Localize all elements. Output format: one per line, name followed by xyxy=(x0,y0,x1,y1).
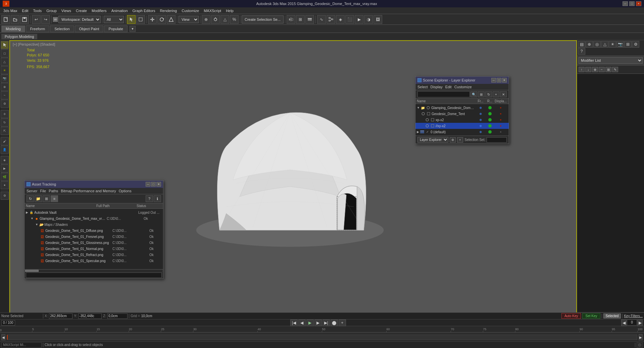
rp-btn-9[interactable]: ? xyxy=(578,48,585,55)
rp-btn-2[interactable]: ⊕ xyxy=(586,41,593,48)
at-path-input[interactable] xyxy=(26,272,162,278)
lt-shapes-btn[interactable]: △ xyxy=(1,58,9,66)
se-minimize-btn[interactable]: ─ xyxy=(491,78,496,83)
new-file-btn[interactable] xyxy=(1,15,10,24)
timeline-prev-btn[interactable]: ◀ xyxy=(1,334,5,340)
set-key-btn[interactable]: Set Key xyxy=(582,313,600,319)
select-region-btn[interactable] xyxy=(136,15,145,24)
lt-scale-btn[interactable]: ⇱ xyxy=(1,127,9,135)
curve-editor-btn[interactable]: ∿ xyxy=(317,15,326,24)
menu-group[interactable]: Group xyxy=(44,8,59,13)
key-filters-label[interactable]: Key Filters... xyxy=(624,314,643,318)
mod-arrow-6[interactable]: ✎ xyxy=(612,67,618,72)
menu-edit[interactable]: Edit xyxy=(20,8,31,13)
align-btn[interactable]: ⊞ xyxy=(296,15,305,24)
menu-maxscript[interactable]: MAXScript xyxy=(202,8,223,13)
workspace-dropdown[interactable]: Workspace: Default xyxy=(58,16,101,23)
next-frame-btn[interactable]: ▶ xyxy=(314,319,322,326)
timeline-next-btn[interactable]: ▶ xyxy=(639,334,643,340)
lt-move-btn[interactable]: ✛ xyxy=(1,110,9,118)
se-add-layer-btn[interactable]: + xyxy=(493,91,499,97)
se-row-1[interactable]: Geodesic_Dome_Tent ❄ ● xyxy=(415,111,509,117)
at-close-btn[interactable]: ✕ xyxy=(156,182,161,187)
at-row-maxfile[interactable]: ▼ ■ Glamping_Geodesic_Dome_Tent_max_vray… xyxy=(24,215,163,221)
save-file-btn[interactable] xyxy=(20,15,29,24)
maximize-btn[interactable]: □ xyxy=(629,1,635,6)
step-down-btn[interactable]: ◀ xyxy=(621,319,627,326)
auto-key-btn[interactable]: Auto Key xyxy=(561,313,581,319)
create-selection-btn[interactable]: Create Selection Se... xyxy=(242,15,284,23)
material-editor-btn[interactable]: ◈ xyxy=(336,15,345,24)
render-frame-btn[interactable]: 🖼 xyxy=(374,15,382,24)
at-menu-paths[interactable]: Paths xyxy=(49,189,58,193)
at-help-btn[interactable]: ? xyxy=(146,195,153,202)
mod-arrow-4[interactable]: − xyxy=(599,67,605,72)
se-row-2[interactable]: xp-x2 ❄ ● xyxy=(415,117,509,123)
se-options-btn[interactable]: ⚙ xyxy=(450,137,456,143)
tab-object-paint[interactable]: Object Paint xyxy=(75,26,104,32)
tab-populate[interactable]: Populate xyxy=(104,26,127,32)
at-menu-server[interactable]: Server xyxy=(27,189,37,193)
menu-views[interactable]: Views xyxy=(59,8,73,13)
at-maximize-btn[interactable]: □ xyxy=(151,182,156,187)
tab-modeling[interactable]: Modeling xyxy=(1,26,25,32)
lt-populate-btn[interactable]: 👤 xyxy=(1,146,9,154)
maxscript-mini[interactable]: MAXScript Mi... xyxy=(1,342,42,348)
lt-rotate-btn[interactable]: ↻ xyxy=(1,118,9,127)
menu-customize[interactable]: Customize xyxy=(180,8,201,13)
add-key-btn[interactable]: + xyxy=(339,319,346,326)
percent-snap-btn[interactable]: % xyxy=(230,15,239,24)
at-grid-btn[interactable]: ⊞ xyxy=(43,195,50,202)
se-restore-btn[interactable]: □ xyxy=(497,78,501,83)
at-refresh-btn[interactable]: ↻ xyxy=(27,195,34,202)
schematic-btn[interactable] xyxy=(327,15,335,24)
active-shade-btn[interactable]: ◑ xyxy=(364,15,373,24)
snap-indicator[interactable] xyxy=(637,342,643,348)
at-row-diffuse[interactable]: 🖼 Geodesic_Dome_Tent_01_Diffuse.png C:\3… xyxy=(24,228,163,234)
se-refresh-btn[interactable]: ↻ xyxy=(485,91,492,97)
modifier-list-select[interactable]: Modifier List xyxy=(579,57,643,64)
current-frame-input[interactable] xyxy=(627,319,637,326)
scale-btn[interactable] xyxy=(167,15,176,24)
rp-btn-5[interactable]: ☀ xyxy=(609,41,616,48)
coord-y-input[interactable] xyxy=(78,313,102,319)
mod-arrow-2[interactable]: ↓ xyxy=(585,67,591,72)
redo-btn[interactable]: ↪ xyxy=(41,15,50,24)
se-filter-btn[interactable]: 🔍 xyxy=(470,91,477,97)
se-explorer-type-select[interactable]: Layer Explorer xyxy=(417,137,448,143)
se-close-btn[interactable]: ✕ xyxy=(502,78,507,83)
coord-z-input[interactable] xyxy=(107,313,128,319)
key-mode-btn[interactable]: ⬤ xyxy=(331,319,338,326)
se-menu-edit[interactable]: Edit xyxy=(445,85,452,89)
at-menu-bitmap[interactable]: Bitmap Performance and Memory xyxy=(61,189,116,193)
lt-material-btn[interactable]: ◈ xyxy=(1,156,9,164)
lt-lights-btn[interactable]: ☀ xyxy=(1,66,9,74)
lt-render-btn[interactable]: ▶ xyxy=(1,164,9,172)
lt-settings-btn[interactable]: ⚙ xyxy=(1,192,9,200)
manage-layers-btn[interactable] xyxy=(305,15,314,24)
select-object-btn[interactable] xyxy=(127,15,136,24)
rp-btn-6[interactable]: 📷 xyxy=(616,41,624,48)
lt-helpers-btn[interactable]: ⊕ xyxy=(1,83,9,91)
pivot-btn[interactable]: ⊕ xyxy=(202,15,210,24)
go-to-end-btn[interactable]: ▶| xyxy=(323,319,330,326)
lt-systems-btn[interactable]: ⚙ xyxy=(1,100,9,108)
at-row-vault[interactable]: ▶ 🔒 Autodesk Vault Logged Out ... xyxy=(24,209,163,215)
undo-btn[interactable]: ↩ xyxy=(32,15,41,24)
render-btn[interactable]: ▶ xyxy=(355,15,363,24)
timeline-track[interactable] xyxy=(7,335,637,340)
rp-btn-7[interactable]: ⊞ xyxy=(624,41,632,48)
rp-btn-8[interactable]: ⚙ xyxy=(632,41,639,48)
se-add-btn[interactable]: + xyxy=(457,137,463,143)
at-menu-file[interactable]: File xyxy=(40,189,46,193)
at-row-fresnel[interactable]: 🖼 Geodesic_Dome_Tent_01_Fresnel.png C:\3… xyxy=(24,234,163,240)
menu-rendering[interactable]: Rendering xyxy=(158,8,179,13)
rotate-btn[interactable] xyxy=(157,15,166,24)
at-row-glossiness[interactable]: 🖼 Geodesic_Dome_Tent_01_Glossiness.png C… xyxy=(24,240,163,246)
mod-arrow-5[interactable]: ⊞ xyxy=(605,67,611,72)
lt-effects-btn[interactable]: ✦ xyxy=(1,181,9,189)
menu-graph-editors[interactable]: Graph Editors xyxy=(131,8,157,13)
at-list-btn[interactable]: ≡ xyxy=(51,195,58,202)
se-menu-customize[interactable]: Customize xyxy=(454,85,472,89)
se-search-input[interactable] xyxy=(417,91,470,97)
